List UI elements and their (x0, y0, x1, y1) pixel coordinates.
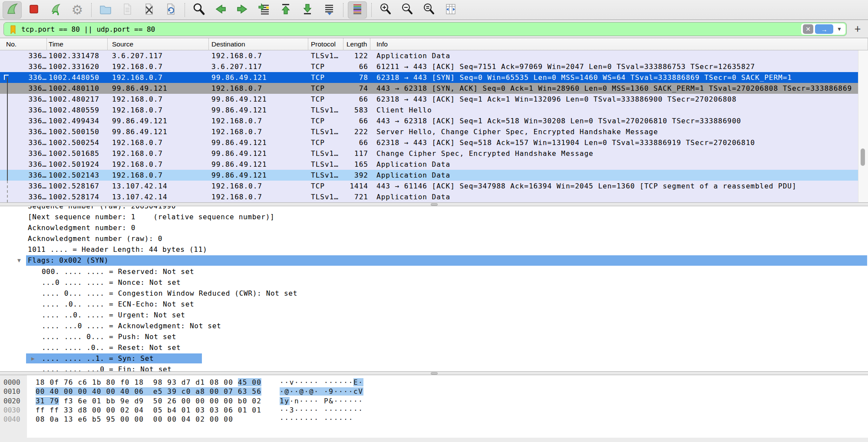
clear-filter-button[interactable]: ✕ (803, 24, 813, 34)
detail-text: .... .0.. .... = ECN-Echo: Not set (42, 299, 194, 310)
detail-row[interactable]: [Next sequence number: 1 (relative seque… (0, 211, 868, 222)
detail-row[interactable]: .... ...0 .... = Acknowledgment: Not set (0, 320, 868, 331)
detail-row[interactable]: 1011 .... = Header Length: 44 bytes (11) (0, 244, 868, 255)
detail-row[interactable]: .... ..0. .... = Urgent: Not set (0, 310, 868, 320)
list-details-splitter[interactable] (0, 202, 868, 206)
detail-row[interactable]: .... 0... .... = Congestion Window Reduc… (0, 288, 868, 299)
scrollbar-thumb[interactable] (861, 148, 865, 166)
packet-row[interactable]: 336…1002.52817413.107.42.14192.168.0.7TL… (0, 191, 868, 202)
hex-bytes: ff ff 33 d8 00 00 02 04 05 b4 01 03 03 0… (36, 406, 261, 415)
packet-row[interactable]: 336…1002.500254192.168.0.799.86.49.121TC… (0, 137, 868, 148)
column-header-length[interactable]: Length (343, 38, 370, 50)
bookmark-icon[interactable] (9, 25, 17, 36)
detail-text: 000. .... .... = Reserved: Not set (42, 266, 194, 277)
restart-capture-button[interactable] (46, 1, 65, 19)
column-header-protocol[interactable]: Protocol (308, 38, 343, 50)
hex-row[interactable]: 002031 79 f3 6e 01 bb 9e d9 50 26 00 00 … (0, 396, 868, 406)
go-to-packet-button[interactable] (254, 1, 274, 19)
hex-row[interactable]: 001000 40 00 00 40 00 40 06 e5 39 c0 a8 … (0, 387, 868, 396)
cell-time: 1002.331620 (49, 61, 99, 72)
detail-row[interactable]: ▶.... .... ..1. = Syn: Set (0, 353, 868, 364)
colorize-packets-icon (350, 2, 364, 18)
go-forward-button[interactable] (233, 1, 252, 19)
column-header-destination[interactable]: Destination (209, 38, 308, 50)
resize-columns-button[interactable] (441, 1, 460, 19)
cell-dst: 99.86.49.121 (211, 148, 267, 159)
apply-filter-button[interactable]: → (815, 24, 833, 34)
splitter-grip[interactable] (431, 203, 438, 206)
detail-row[interactable]: .... .... 0... = Push: Not set (0, 331, 868, 342)
go-to-bottom-button[interactable] (298, 1, 317, 19)
details-bytes-splitter[interactable] (0, 371, 868, 375)
zoom-out-button[interactable] (398, 1, 417, 19)
detail-row[interactable]: Sequence number (raw): 2065041990 (0, 206, 868, 211)
detail-row[interactable]: ...0 .... .... = Nonce: Not set (0, 277, 868, 288)
detail-row[interactable]: Acknowledgment number: 0 (0, 222, 868, 233)
go-to-top-button[interactable] (276, 1, 295, 19)
auto-scroll-button[interactable] (320, 1, 339, 19)
cell-inf: 62318 → 443 [SYN] Seq=0 Win=65535 Len=0 … (376, 72, 792, 83)
splitter-grip[interactable] (431, 372, 438, 375)
colorize-packets-button[interactable] (348, 1, 367, 19)
expand-arrow-icon[interactable]: ▶ (31, 353, 35, 364)
reload-file-button[interactable] (161, 1, 180, 19)
packet-row[interactable]: 336…1002.52816713.107.42.14192.168.0.7TC… (0, 181, 868, 191)
cell-pro: TCP (311, 83, 325, 94)
toolbar-separator (371, 3, 372, 17)
cell-dst: 192.168.0.7 (211, 191, 262, 202)
packet-bytes-pane[interactable]: 000018 0f 76 c6 1b 80 f0 18 98 93 d7 d1 … (0, 375, 868, 438)
detail-row[interactable]: ▼Flags: 0x002 (SYN) (0, 255, 868, 266)
cell-dst: 99.86.49.121 (211, 94, 267, 105)
detail-text: ...0 .... .... = Nonce: Not set (42, 277, 181, 288)
packet-list: 336…1002.52817413.107.42.14192.168.0.7TL… (0, 50, 868, 202)
stop-capture-button[interactable] (24, 1, 43, 19)
packet-row[interactable]: 336…1002.50015099.86.49.121192.168.0.7TL… (0, 126, 868, 137)
packet-row[interactable]: 336…1002.331620192.168.0.73.6.207.117TCP… (0, 61, 868, 72)
packet-row[interactable]: 336…1002.3314783.6.207.117192.168.0.7TLS… (0, 50, 868, 61)
packet-row[interactable]: 336…1002.448050192.168.0.799.86.49.121TC… (0, 72, 868, 83)
find-packet-button[interactable] (189, 1, 208, 19)
detail-row[interactable]: .... .... ...0 = Fin: Not set (0, 364, 868, 371)
hex-row[interactable]: 0030ff ff 33 d8 00 00 02 04 05 b4 01 03 … (0, 406, 868, 415)
detail-row[interactable]: Acknowledgment number (raw): 0 (0, 233, 868, 244)
detail-row[interactable]: 000. .... .... = Reserved: Not set (0, 266, 868, 277)
cell-pro: TCP (311, 94, 325, 105)
detail-row[interactable]: .... .... .0.. = Reset: Not set (0, 342, 868, 353)
packet-row[interactable]: 336…1002.480217192.168.0.799.86.49.121TC… (0, 94, 868, 105)
cell-inf: Change Cipher Spec, Encrypted Handshake … (376, 148, 594, 159)
capture-options-button[interactable]: ⚙ (68, 1, 87, 19)
column-header-info[interactable]: Info (370, 38, 868, 50)
cell-len: 74 (334, 83, 368, 94)
packet-row[interactable]: 336…1002.501685192.168.0.799.86.49.121TL… (0, 148, 868, 159)
packet-row[interactable]: 336…1002.502143192.168.0.799.86.49.121TL… (0, 170, 868, 181)
zoom-reset-button[interactable] (419, 1, 439, 19)
close-file-icon (142, 2, 156, 18)
save-file-button (118, 1, 137, 19)
column-header-no[interactable]: No. (0, 38, 47, 50)
stop-capture-icon (27, 2, 41, 18)
open-file-button[interactable] (96, 1, 115, 19)
go-back-button[interactable] (211, 1, 230, 19)
hex-row[interactable]: 004008 0a 13 e6 b5 95 00 00 00 00 04 02 … (0, 415, 868, 424)
filter-history-chevron-icon[interactable]: ▼ (835, 26, 844, 32)
hex-row[interactable]: 000018 0f 76 c6 1b 80 f0 18 98 93 d7 d1 … (0, 378, 868, 387)
start-capture-button[interactable] (3, 1, 22, 19)
collapse-arrow-icon[interactable]: ▼ (17, 255, 21, 266)
detail-text: .... 0... .... = Congestion Window Reduc… (42, 288, 297, 299)
cell-inf: Client Hello (376, 105, 432, 115)
close-file-button[interactable] (139, 1, 158, 19)
packet-row[interactable]: 336…1002.501924192.168.0.799.86.49.121TL… (0, 159, 868, 170)
go-to-packet-icon (257, 2, 271, 18)
column-header-source[interactable]: Source (108, 38, 209, 50)
packet-row[interactable]: 336…1002.48011099.86.49.121192.168.0.7TC… (0, 83, 868, 94)
packet-row[interactable]: 336…1002.480559192.168.0.799.86.49.121TL… (0, 105, 868, 115)
packet-row[interactable]: 336…1002.49943499.86.49.121192.168.0.7TC… (0, 115, 868, 126)
cell-time: 1002.528174 (49, 191, 99, 202)
zoom-in-button[interactable] (376, 1, 395, 19)
column-header-time[interactable]: Time (47, 38, 108, 50)
add-filter-button[interactable]: + (851, 23, 864, 35)
packet-list-scrollbar[interactable] (858, 50, 868, 202)
cell-time: 1002.499434 (49, 115, 99, 126)
display-filter-input[interactable]: tcp.port == 80 || udp.port == 80 ✕ → ▼ (3, 22, 847, 36)
detail-row[interactable]: .... .0.. .... = ECN-Echo: Not set (0, 299, 868, 310)
